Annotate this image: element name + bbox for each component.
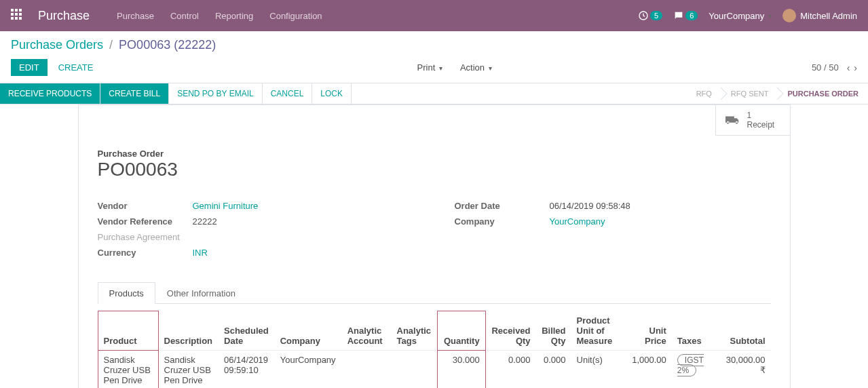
- col-billed: Billed Qty: [536, 311, 571, 351]
- nav-reporting[interactable]: Reporting: [215, 11, 253, 21]
- company-label: Company: [455, 216, 550, 227]
- breadcrumb-separator: /: [109, 38, 113, 52]
- orderlines-table: Product Description Scheduled Date Compa…: [98, 311, 771, 388]
- caret-down-icon: ▾: [489, 64, 492, 72]
- pager-next[interactable]: ›: [854, 62, 857, 73]
- company-selector[interactable]: YourCompany ▾: [709, 11, 772, 21]
- cell-taxes: IGST 2%: [672, 350, 716, 388]
- receipt-label: Receipt: [747, 120, 775, 130]
- apps-icon[interactable]: [11, 9, 24, 22]
- cell-description: Sandisk Cruzer USB Pen Drive: [158, 350, 219, 388]
- activity-badge: 5: [650, 11, 662, 20]
- action-dropdown[interactable]: Action ▾: [455, 60, 497, 75]
- edit-button[interactable]: EDIT: [11, 59, 48, 76]
- orderdate-label: Order Date: [455, 201, 550, 211]
- col-unitprice: Unit Price: [626, 311, 671, 351]
- send-po-button[interactable]: SEND PO BY EMAIL: [169, 83, 262, 104]
- col-quantity: Quantity: [437, 311, 485, 351]
- create-bill-button[interactable]: CREATE BILL: [100, 83, 169, 104]
- nav-purchase[interactable]: Purchase: [117, 11, 154, 21]
- avatar: [782, 9, 796, 22]
- col-analytic-account: Analytic Account: [342, 311, 392, 351]
- form-right-column: Order Date06/14/2019 09:58:48 CompanyYou…: [455, 201, 771, 263]
- lock-button[interactable]: LOCK: [312, 83, 352, 104]
- control-panel: Purchase Orders / PO00063 (22222) EDIT C…: [0, 31, 868, 83]
- cell-scheduled: 06/14/2019 09:59:10: [219, 350, 275, 388]
- table-row[interactable]: Sandisk Cruzer USB Pen Drive Sandisk Cru…: [98, 350, 771, 388]
- tax-pill: IGST 2%: [677, 354, 704, 376]
- col-uom: Product Unit of Measure: [571, 311, 626, 351]
- app-brand[interactable]: Purchase: [38, 9, 90, 23]
- cell-subtotal: 30,000.00 ₹: [716, 350, 771, 388]
- nav-control[interactable]: Control: [170, 11, 199, 21]
- create-button[interactable]: CREATE: [54, 59, 98, 76]
- po-label: Purchase Order: [98, 149, 771, 159]
- status-purchase-order[interactable]: PURCHASE ORDER: [778, 83, 868, 104]
- tab-products[interactable]: Products: [98, 282, 155, 304]
- nav-right: 5 6 YourCompany ▾ Mitchell Admin: [638, 9, 857, 22]
- action-label: Action: [460, 62, 485, 73]
- caret-down-icon: ▾: [439, 64, 442, 72]
- cell-billed: 0.000: [536, 350, 571, 388]
- cancel-button[interactable]: CANCEL: [263, 83, 313, 104]
- vendor-label: Vendor: [98, 201, 193, 211]
- tab-other-information[interactable]: Other Information: [155, 282, 247, 304]
- col-analytic-tags: Analytic Tags: [392, 311, 438, 351]
- company-name: YourCompany: [709, 11, 764, 21]
- vendor-ref-value: 22222: [193, 216, 217, 227]
- caret-down-icon: ▾: [768, 12, 772, 20]
- currency-value[interactable]: INR: [193, 248, 208, 258]
- status-rfq-sent[interactable]: RFQ SENT: [721, 83, 778, 104]
- form-sheet: 1 Receipt Purchase Order PO00063 VendorG…: [78, 104, 791, 388]
- action-bar: RECEIVE PRODUCTS CREATE BILL SEND PO BY …: [0, 83, 868, 104]
- cell-unitprice: 1,000.00: [626, 350, 671, 388]
- print-dropdown[interactable]: Print ▾: [412, 60, 448, 75]
- status-rfq[interactable]: RFQ: [687, 83, 721, 104]
- nav-configuration[interactable]: Configuration: [269, 11, 322, 21]
- currency-label: Currency: [98, 248, 193, 258]
- orderdate-value: 06/14/2019 09:58:48: [550, 201, 630, 211]
- user-menu[interactable]: Mitchell Admin: [782, 9, 857, 22]
- cell-quantity: 30.000: [437, 350, 485, 388]
- vendor-ref-label: Vendor Reference: [98, 216, 193, 227]
- receive-products-button[interactable]: RECEIVE PRODUCTS: [0, 83, 100, 104]
- col-description: Description: [158, 311, 219, 351]
- breadcrumb: Purchase Orders / PO00063 (22222): [11, 38, 857, 52]
- breadcrumb-root[interactable]: Purchase Orders: [11, 38, 103, 52]
- purchase-agreement-label: Purchase Agreement: [98, 232, 193, 242]
- statusbar: RFQ RFQ SENT PURCHASE ORDER: [687, 83, 868, 104]
- truck-icon: [725, 115, 740, 125]
- breadcrumb-current: PO00063 (22222): [119, 38, 216, 52]
- company-value[interactable]: YourCompany: [550, 216, 605, 227]
- cell-analytic-tags: [392, 350, 438, 388]
- col-received: Received Qty: [485, 311, 535, 351]
- vendor-value[interactable]: Gemini Furniture: [193, 201, 259, 211]
- messages-icon[interactable]: 6: [673, 10, 698, 21]
- messages-badge: 6: [685, 11, 698, 20]
- user-name: Mitchell Admin: [800, 11, 857, 21]
- col-company: Company: [275, 311, 342, 351]
- pager-prev[interactable]: ‹: [847, 62, 850, 73]
- cell-uom: Unit(s): [571, 350, 626, 388]
- col-scheduled: Scheduled Date: [219, 311, 275, 351]
- nav-menu: Purchase Control Reporting Configuration: [117, 11, 638, 21]
- receipt-count: 1: [747, 111, 775, 120]
- po-number: PO00063: [98, 159, 771, 180]
- pager-text: 50 / 50: [812, 62, 839, 73]
- col-product: Product: [98, 311, 158, 351]
- receipt-stat-button[interactable]: 1 Receipt: [715, 105, 790, 136]
- tabs: Products Other Information: [98, 282, 771, 304]
- cell-analytic-account: [342, 350, 392, 388]
- form-left-column: VendorGemini Furniture Vendor Reference2…: [98, 201, 414, 263]
- col-subtotal: Subtotal: [716, 311, 771, 351]
- cell-company: YourCompany: [275, 350, 342, 388]
- col-taxes: Taxes: [672, 311, 716, 351]
- cell-received: 0.000: [485, 350, 535, 388]
- top-navbar: Purchase Purchase Control Reporting Conf…: [0, 0, 868, 31]
- cell-product: Sandisk Cruzer USB Pen Drive: [98, 350, 158, 388]
- activity-icon[interactable]: 5: [638, 10, 662, 21]
- print-label: Print: [417, 62, 436, 73]
